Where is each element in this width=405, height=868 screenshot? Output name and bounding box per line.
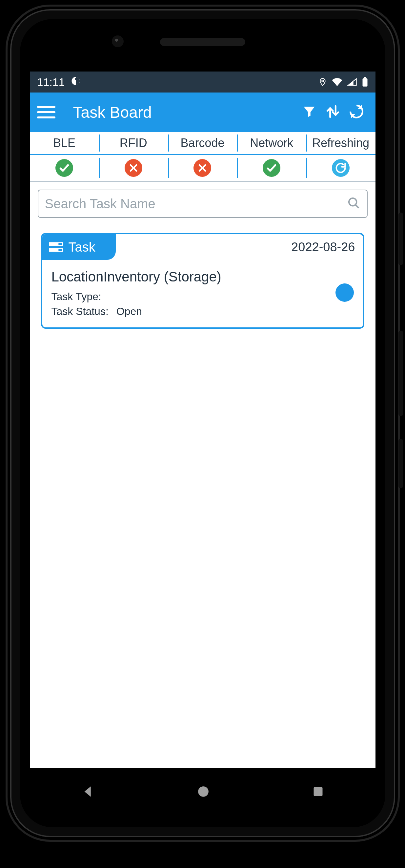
sync-icon: [332, 159, 350, 177]
battery-icon: [362, 77, 368, 87]
status-strip-headers: BLE RFID Barcode Network Refreshing: [30, 132, 375, 155]
svg-line-10: [355, 205, 359, 208]
status-header-rfid: RFID: [99, 132, 168, 154]
task-list: Task 2022-08-26 LocationInventory (Stora…: [30, 226, 375, 336]
side-button: [399, 439, 403, 488]
status-header-refreshing: Refreshing: [306, 132, 375, 154]
menu-button[interactable]: [37, 106, 55, 118]
status-header-network: Network: [237, 132, 306, 154]
task-status-value: Open: [117, 305, 142, 317]
search-box[interactable]: [38, 190, 368, 218]
svg-rect-13: [58, 243, 62, 245]
search-icon: [347, 196, 361, 211]
task-icon: [49, 241, 63, 253]
sort-icon: [325, 103, 341, 121]
location-icon: [318, 77, 327, 87]
status-dot-icon: [336, 283, 354, 302]
front-camera: [112, 35, 124, 47]
nav-back-button[interactable]: [81, 785, 95, 800]
search-input[interactable]: [45, 196, 347, 211]
task-card-tab-label: Task: [68, 240, 95, 254]
svg-point-1: [75, 78, 77, 80]
task-card-date: 2022-08-26: [291, 240, 363, 254]
status-right: [318, 77, 368, 87]
task-status-row: Task Status: Open: [52, 305, 354, 317]
task-type-label: Task Type:: [52, 291, 101, 303]
svg-point-2: [322, 80, 323, 82]
x-icon: [125, 159, 142, 177]
search-container: [30, 182, 375, 226]
side-button: [399, 213, 403, 265]
filter-icon: [302, 104, 316, 120]
android-nav-bar: [30, 772, 375, 813]
task-card-header: Task 2022-08-26: [42, 234, 363, 260]
side-button: [399, 331, 403, 416]
status-time: 11:11: [37, 76, 65, 89]
svg-rect-4: [364, 77, 366, 79]
wifi-icon: [332, 78, 343, 87]
x-icon: [193, 159, 211, 177]
status-left: 11:11: [37, 76, 81, 89]
svg-rect-16: [314, 787, 323, 796]
nav-home-button[interactable]: [197, 785, 210, 799]
task-card-title: LocationInventory (Storage): [52, 269, 354, 285]
task-card[interactable]: Task 2022-08-26 LocationInventory (Stora…: [41, 233, 364, 329]
sort-button[interactable]: [321, 103, 345, 121]
task-card-tab: Task: [42, 234, 116, 260]
page-title: Task Board: [73, 103, 152, 121]
page-root: 11:11: [0, 0, 405, 868]
svg-point-15: [198, 786, 209, 797]
earpiece: [160, 38, 245, 46]
system-status-bar: 11:11: [30, 71, 375, 93]
app-indicator-icon: [71, 76, 81, 89]
filter-button[interactable]: [298, 104, 321, 120]
status-header-barcode: Barcode: [168, 132, 237, 154]
check-icon: [55, 159, 73, 177]
refresh-button[interactable]: [345, 104, 368, 121]
nav-recent-button[interactable]: [312, 786, 324, 799]
task-card-body: LocationInventory (Storage) Task Type: T…: [42, 260, 363, 317]
task-type-row: Task Type:: [52, 291, 354, 303]
app-bar: Task Board: [30, 93, 375, 132]
task-status-label: Task Status:: [52, 305, 108, 317]
signal-icon: [347, 78, 357, 87]
phone-frame: 11:11: [7, 6, 398, 840]
status-strip-icons: [30, 155, 375, 182]
svg-rect-14: [58, 249, 62, 251]
svg-point-9: [349, 198, 356, 206]
check-icon: [263, 159, 280, 177]
refresh-icon: [349, 104, 364, 121]
screen: 11:11: [30, 71, 375, 768]
svg-rect-3: [362, 79, 367, 87]
status-header-ble: BLE: [30, 132, 99, 154]
